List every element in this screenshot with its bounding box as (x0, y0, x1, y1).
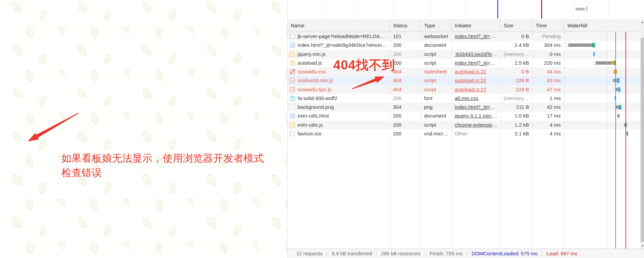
request-type-cell[interactable]: script (421, 121, 452, 129)
request-waterfall-cell[interactable] (564, 59, 640, 67)
request-initiator-cell[interactable] (452, 41, 501, 50)
request-initiator-cell[interactable]: jquery-3.1.1.min.js:3 (452, 111, 501, 120)
request-time-cell[interactable]: 47 ms (533, 85, 564, 94)
network-request-row[interactable]: ssslive2d.min.js404scriptautoload.js:222… (288, 76, 640, 85)
request-time-cell[interactable]: 0 ms (533, 50, 564, 59)
request-initiator-cell[interactable]: autoload.js:22 (452, 67, 501, 76)
request-waterfall-cell[interactable] (564, 41, 640, 50)
request-status-cell[interactable]: 101 (390, 32, 421, 41)
request-type-cell[interactable]: vnd.micro... (421, 129, 452, 138)
request-status-cell[interactable]: 200 (390, 50, 421, 59)
request-name-cell[interactable]: extn-utils.js (288, 121, 390, 129)
request-size-cell[interactable]: 228 B (501, 85, 533, 94)
request-waterfall-cell[interactable] (564, 32, 640, 41)
request-name-cell[interactable]: index.html?_ijt=odei9g34k5lce7etncei... (288, 41, 390, 50)
request-size-cell[interactable]: 228 B (501, 76, 533, 85)
request-time-cell[interactable]: Pending (533, 32, 564, 41)
request-status-cell[interactable]: 200 (390, 121, 421, 129)
request-waterfall-cell[interactable] (564, 50, 640, 59)
request-name-cell[interactable]: ssswaifu.css (288, 67, 390, 76)
network-overview-timeline[interactable] (288, 0, 644, 20)
request-name-cell[interactable]: background.png (288, 103, 390, 111)
request-time-cell[interactable]: 42 ms (533, 103, 564, 111)
request-time-cell[interactable]: 304 ms (533, 41, 564, 50)
column-header-name[interactable]: Name (288, 19, 390, 32)
request-waterfall-cell[interactable] (564, 129, 640, 138)
network-request-row[interactable]: index.html?_ijt=odei9g34k5lce7etncei...2… (288, 41, 640, 50)
scroll-up-icon[interactable]: ▲ (640, 19, 644, 25)
request-size-cell[interactable]: (memory ... (501, 50, 533, 59)
request-time-cell[interactable]: 220 ms (533, 59, 564, 67)
network-request-row[interactable]: ssswaifu.css404stylesheetautoload.js:220… (288, 67, 640, 76)
request-size-cell[interactable]: 0 B (501, 67, 533, 76)
request-status-cell[interactable]: 200 (390, 111, 421, 120)
request-type-cell[interactable]: script (421, 59, 452, 67)
scrollbar-thumb[interactable] (641, 38, 644, 242)
request-initiator-cell[interactable]: all.min.css (452, 94, 501, 103)
request-time-cell[interactable]: 1 ms (533, 94, 564, 103)
request-initiator-cell[interactable]: autoload.js:22 (452, 76, 501, 85)
request-type-cell[interactable]: stylesheet (421, 67, 452, 76)
request-time-cell[interactable]: 43 ms (533, 76, 564, 85)
column-header-type[interactable]: Type (421, 19, 452, 32)
network-request-row[interactable]: jb-server-page?reloadMode=RELOAD...101we… (288, 32, 640, 41)
request-initiator-cell[interactable]: index.html?_ijt=od... (452, 32, 501, 41)
request-waterfall-cell[interactable] (564, 85, 640, 94)
request-status-cell[interactable]: 200 (390, 129, 421, 138)
request-time-cell[interactable]: 4 ms (533, 121, 564, 129)
request-size-cell[interactable]: 1.2 kB (501, 121, 533, 129)
network-request-row[interactable]: jquery.min.js200script:63343/Live2dText/… (288, 50, 640, 59)
request-waterfall-cell[interactable] (564, 121, 640, 129)
request-type-cell[interactable]: script (421, 50, 452, 59)
column-header-size[interactable]: Size (501, 19, 533, 32)
request-type-cell[interactable]: document (421, 111, 452, 120)
request-name-cell[interactable]: jquery.min.js (288, 50, 390, 59)
request-initiator-cell[interactable]: :63343/Live2dText/... (452, 50, 501, 59)
request-waterfall-cell[interactable] (564, 111, 640, 120)
vertical-scrollbar[interactable]: ▲ ▼ (640, 19, 644, 249)
column-header-status[interactable]: Status (390, 19, 421, 32)
column-header-time[interactable]: Time (533, 19, 564, 32)
column-header-initiator[interactable]: Initiator (452, 19, 501, 32)
request-name-cell[interactable]: favicon.ico (288, 129, 390, 138)
column-header-waterfall[interactable]: Waterfall (564, 19, 640, 32)
network-request-row[interactable]: fa-solid-900.woff2200fontall.min.css(mem… (288, 94, 640, 103)
request-name-cell[interactable]: ssswaifu-tips.js (288, 85, 390, 94)
request-status-cell[interactable]: 200 (390, 94, 421, 103)
network-request-row[interactable]: autoload.js200scriptindex.html?_ijt=od..… (288, 59, 640, 67)
request-size-cell[interactable]: 2.1 kB (501, 129, 533, 138)
request-type-cell[interactable]: websocket (421, 32, 452, 41)
request-status-cell[interactable]: 304 (390, 103, 421, 111)
request-status-cell[interactable]: 404 (390, 67, 421, 76)
request-size-cell[interactable]: 2.4 kB (501, 41, 533, 50)
request-name-cell[interactable]: fa-solid-900.woff2 (288, 94, 390, 103)
request-initiator-cell[interactable]: index.html?_ijt=od... (452, 103, 501, 111)
scroll-down-icon[interactable]: ▼ (640, 243, 644, 249)
network-request-row[interactable]: extn-utils.js200scriptchrome-extension:.… (288, 121, 640, 129)
request-status-cell[interactable]: 404 (390, 85, 421, 94)
request-type-cell[interactable]: font (421, 94, 452, 103)
request-type-cell[interactable]: script (421, 76, 452, 85)
request-initiator-cell[interactable]: chrome-extension:... (452, 121, 501, 129)
network-request-row[interactable]: favicon.ico200vnd.micro...Other2.1 kB4 m… (288, 129, 640, 138)
request-size-cell[interactable]: 211 B (501, 103, 533, 111)
request-time-cell[interactable]: 17 ms (533, 111, 564, 120)
network-request-row[interactable]: ssswaifu-tips.js404scriptautoload.js:222… (288, 85, 640, 94)
request-status-cell[interactable]: 200 (390, 59, 421, 67)
request-size-cell[interactable]: 1.0 kB (501, 111, 533, 120)
network-request-row[interactable]: extn-utils.html200documentjquery-3.1.1.m… (288, 111, 640, 120)
request-initiator-cell[interactable]: autoload.js:22 (452, 85, 501, 94)
request-status-cell[interactable]: 200 (390, 41, 421, 50)
network-request-row[interactable]: background.png304pngindex.html?_ijt=od..… (288, 103, 640, 111)
request-name-cell[interactable]: extn-utils.html (288, 111, 390, 120)
request-status-cell[interactable]: 404 (390, 76, 421, 85)
request-waterfall-cell[interactable] (564, 103, 640, 111)
request-initiator-cell[interactable]: index.html?_ijt=od... (452, 59, 501, 67)
request-time-cell[interactable]: 34 ms (533, 67, 564, 76)
request-name-cell[interactable]: jb-server-page?reloadMode=RELOAD... (288, 32, 390, 41)
request-waterfall-cell[interactable] (564, 94, 640, 103)
request-name-cell[interactable]: ssslive2d.min.js (288, 76, 390, 85)
request-name-cell[interactable]: autoload.js (288, 59, 390, 67)
request-initiator-cell[interactable]: Other (452, 129, 501, 138)
request-type-cell[interactable]: document (421, 41, 452, 50)
